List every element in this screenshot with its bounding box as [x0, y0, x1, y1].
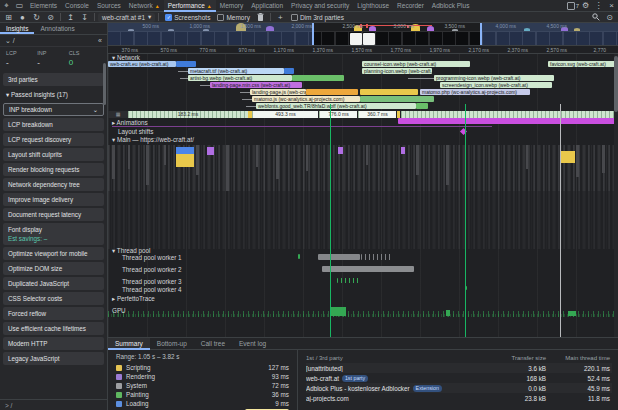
- device-toolbar-icon[interactable]: ▭: [13, 0, 26, 11]
- collapse-sidebar-icon[interactable]: «: [98, 37, 102, 44]
- navigation-dropdown[interactable]: ⌄ /: [5, 37, 15, 45]
- details-tab[interactable]: Summary: [108, 338, 150, 350]
- network-request-bar[interactable]: [178, 71, 188, 72]
- frame-segment[interactable]: 360.7 ms: [358, 111, 396, 118]
- insight-item[interactable]: Optimize viewport for mobile: [3, 247, 104, 260]
- insight-item[interactable]: Legacy JavaScript: [3, 352, 104, 365]
- inspect-element-icon[interactable]: ⌖: [0, 0, 13, 11]
- timeline-minimap[interactable]: 500 ms1,000 ms1,500 ms2,000 ms2,500 ms3,…: [108, 23, 618, 46]
- record-and-reload-icon[interactable]: ↻: [30, 12, 43, 23]
- network-request-bar[interactable]: matomo.js (wc-analytics.aj-projects.com): [252, 96, 360, 102]
- search-icon[interactable]: [589, 12, 602, 23]
- main-track-header[interactable]: ▾ Main — https://web-craft.at/: [112, 136, 194, 143]
- network-request-bar[interactable]: [360, 89, 418, 95]
- error-count-badge[interactable]: 7: [567, 2, 579, 10]
- network-request-bar[interactable]: [408, 78, 434, 79]
- panel-tab[interactable]: Lighthouse: [353, 0, 393, 12]
- network-request-bar[interactable]: screendesign_icon.webp (web-craft.at): [440, 82, 552, 88]
- network-request-bar[interactable]: [176, 61, 196, 67]
- main-flame-chart[interactable]: [108, 145, 618, 249]
- timeline-ruler[interactable]: 370 ms570 ms770 ms970 ms1,170 ms1,370 ms…: [108, 46, 618, 54]
- col-party[interactable]: 1st / 3rd party: [306, 355, 490, 361]
- thread-pool-bar[interactable]: [337, 278, 359, 283]
- network-request-bar[interactable]: [416, 103, 428, 109]
- insight-item[interactable]: Use efficient cache lifetimes: [3, 322, 104, 335]
- frame-segment[interactable]: 183.2 ms: [128, 111, 248, 118]
- save-profile-icon[interactable]: ↧: [78, 12, 91, 23]
- flame-task-block[interactable]: [338, 147, 343, 154]
- minimap-window-handle[interactable]: [480, 23, 482, 46]
- perfetto-track-header[interactable]: ▸ PerfettoTrace: [112, 295, 155, 302]
- insight-item[interactable]: Duplicated JavaScript: [3, 277, 104, 290]
- network-request-bar[interactable]: [180, 78, 188, 79]
- screenshot-thumbnail[interactable]: [350, 33, 362, 45]
- flame-task-block[interactable]: [256, 145, 258, 167]
- network-request-bar[interactable]: webfonts.good_web.TR/8hfaD.woff (web-cra…: [256, 103, 416, 109]
- flame-task-block[interactable]: [602, 145, 605, 173]
- panel-tab[interactable]: Elements: [26, 0, 61, 12]
- flame-task-block[interactable]: [526, 145, 528, 169]
- screenshot-thumbnail[interactable]: [363, 33, 375, 45]
- flame-task-block[interactable]: [276, 145, 279, 179]
- network-request-bar[interactable]: planning-icon.webp (web-craft.at): [362, 68, 432, 74]
- panel-tab[interactable]: Application: [247, 0, 287, 12]
- network-request-bar[interactable]: landing-page.js (web-craft.at): [250, 89, 306, 95]
- panel-tab[interactable]: Performance ▲: [164, 0, 216, 12]
- network-request-bar[interactable]: web-craft.eu (web-craft.at): [108, 61, 176, 67]
- tracks-scrollbar[interactable]: [614, 54, 618, 337]
- frame-segment[interactable]: [401, 111, 618, 118]
- insight-item[interactable]: Optimize DOM size: [3, 262, 104, 275]
- table-row[interactable]: Adblock Plus - kostenloser Adblocker Ext…: [306, 383, 612, 393]
- sidebar-tab[interactable]: Insights: [0, 23, 34, 34]
- col-main-thread-time[interactable]: Main thread time: [546, 355, 612, 361]
- network-request-bar[interactable]: landing-page.min.css (web-craft.at): [210, 82, 302, 88]
- flame-task-block[interactable]: [207, 147, 214, 155]
- flame-task-block[interactable]: [176, 147, 194, 154]
- thread-pool-bar[interactable]: [298, 254, 300, 259]
- network-request-bar[interactable]: metacraft.ttf (web-craft.at): [188, 68, 284, 74]
- collect-garbage-icon[interactable]: [254, 12, 267, 23]
- crosshair-icon[interactable]: +: [274, 12, 287, 23]
- thread-pool-bar[interactable]: [318, 254, 360, 260]
- network-request-bar[interactable]: favicon.svg (web-craft.at): [548, 61, 618, 67]
- details-tab[interactable]: Call tree: [194, 338, 232, 350]
- insight-item[interactable]: CSS Selector costs: [3, 292, 104, 305]
- thread-pool-bar[interactable]: [322, 266, 414, 272]
- history-dropdown[interactable]: web-craft.at #1 ▾: [98, 13, 155, 22]
- network-request-bar[interactable]: [240, 92, 250, 93]
- clear-icon[interactable]: ⊘: [44, 12, 57, 23]
- network-request-bar[interactable]: [292, 75, 344, 81]
- panel-tab[interactable]: Sources: [93, 0, 125, 12]
- col-transfer-size[interactable]: Transfer size: [490, 355, 546, 361]
- insight-item[interactable]: LCP breakdown: [3, 118, 104, 131]
- flame-task-block[interactable]: [560, 151, 575, 163]
- panel-tab[interactable]: Recorder: [393, 0, 428, 12]
- third-parties-item[interactable]: 3rd parties: [3, 73, 104, 86]
- flame-task-block[interactable]: [366, 145, 368, 165]
- flame-task-block[interactable]: [196, 145, 199, 175]
- network-request-bar[interactable]: [306, 89, 358, 95]
- flame-task-block[interactable]: [446, 145, 449, 185]
- frame-segment[interactable]: 493.3 ms: [252, 111, 318, 118]
- panel-tab[interactable]: Adblock Plus: [428, 0, 474, 12]
- table-row[interactable]: web-craft.at 1st party 168 kB 52.4 ms: [306, 373, 612, 383]
- network-request-bar[interactable]: [200, 85, 210, 86]
- network-request-bar[interactable]: [284, 68, 294, 74]
- insight-item[interactable]: Render blocking requests: [3, 163, 104, 176]
- gpu-track-header[interactable]: GPU: [112, 307, 126, 314]
- frame-segment[interactable]: 776.0 ms: [319, 111, 357, 118]
- insight-item[interactable]: Modern HTTP: [3, 337, 104, 350]
- passed-insights-header[interactable]: ▾ Passed insights (17): [3, 88, 104, 101]
- gpu-track[interactable]: [108, 304, 618, 317]
- minimap-window-handle[interactable]: [312, 23, 314, 46]
- frames-track-badge[interactable]: ▦: [108, 111, 128, 118]
- close-icon[interactable]: ×: [605, 0, 618, 11]
- panel-tab[interactable]: Network ▲: [125, 0, 164, 12]
- dim-3rd-parties-checkbox[interactable]: Dim 3rd parties: [291, 14, 344, 21]
- network-request-bar[interactable]: [246, 106, 256, 107]
- kebab-menu-icon[interactable]: ⋮: [592, 0, 605, 11]
- panel-tab[interactable]: Console: [61, 0, 93, 12]
- details-tab[interactable]: Bottom-up: [150, 338, 194, 350]
- capture-settings-icon[interactable]: ⊙: [603, 12, 616, 23]
- flame-task-block[interactable]: [401, 147, 405, 154]
